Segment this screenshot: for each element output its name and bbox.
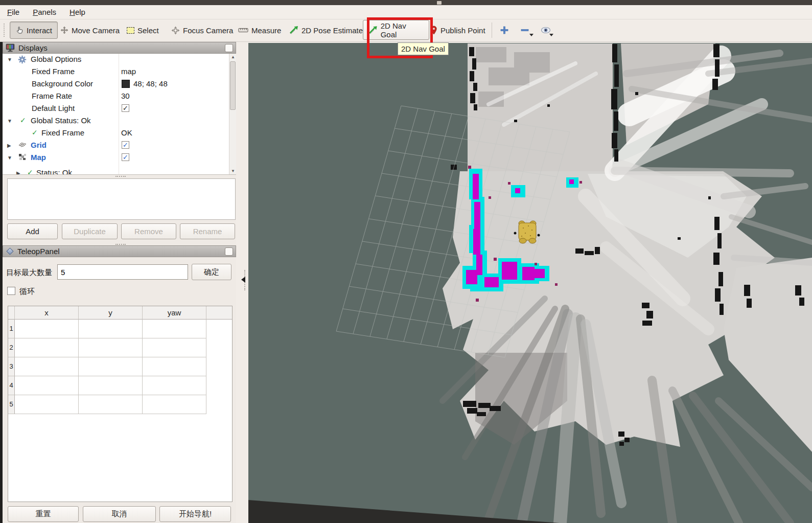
chevron-down-icon[interactable] [529, 34, 533, 36]
tree-row[interactable]: ▼ ✓ Global Status: Ok [3, 115, 229, 127]
tree-row[interactable]: ▶ ✓ Status: Ok [3, 167, 229, 175]
cell-yaw[interactable] [143, 357, 206, 376]
row-number: 3 [8, 357, 15, 376]
table-row[interactable]: 3 [8, 357, 232, 376]
column-header-yaw[interactable]: yaw [143, 306, 206, 320]
check-icon: ✓ [32, 128, 38, 137]
tool-label: Interact [27, 26, 52, 35]
tree-row[interactable]: Background Color 48; 48; 48 [3, 78, 229, 90]
tree-row[interactable]: Fixed Frame map [3, 66, 229, 78]
cell-x[interactable] [15, 357, 79, 376]
menu-file[interactable]: File [7, 8, 19, 16]
loop-checkbox[interactable] [7, 287, 15, 295]
chevron-down-icon[interactable] [549, 34, 553, 36]
cell-x[interactable] [15, 338, 79, 357]
menu-help[interactable]: Help [69, 8, 85, 16]
collapse-panel-icon[interactable] [241, 277, 245, 283]
tree-value[interactable]: 48; 48; 48 [133, 79, 168, 88]
column-header-y[interactable]: y [79, 306, 143, 320]
cell-y[interactable] [79, 357, 143, 376]
scroll-up-icon[interactable]: ▲ [229, 54, 236, 61]
max-goals-input[interactable] [57, 264, 188, 280]
ruler-icon [238, 27, 248, 33]
tool-focus-camera[interactable]: Focus Camera [171, 19, 233, 41]
panel-title: TeleopPanel [17, 247, 60, 256]
tool-2d-pose-estimate[interactable]: 2D Pose Estimate [289, 19, 363, 41]
table-row[interactable]: 5 [8, 395, 232, 414]
menu-panels[interactable]: Panels [33, 8, 56, 16]
cancel-button[interactable]: 取消 [83, 506, 156, 522]
tree-row[interactable]: ✓ Fixed Frame OK [3, 127, 229, 140]
displays-panel-header[interactable]: Displays [3, 42, 236, 54]
monitor-icon [6, 43, 15, 52]
table-row[interactable]: 4 [8, 376, 232, 395]
cell-y[interactable] [79, 395, 143, 414]
row-number: 4 [8, 376, 15, 395]
tool-interact[interactable]: Interact [10, 21, 58, 39]
duplicate-button[interactable]: Duplicate [62, 223, 118, 239]
cell-y[interactable] [79, 376, 143, 395]
remove-button[interactable]: Remove [121, 223, 176, 239]
start-navigation-button[interactable]: 开始导航! [159, 506, 231, 522]
expand-closed-icon[interactable]: ▶ [7, 143, 11, 148]
table-row[interactable]: 1 [8, 320, 232, 338]
column-header-x[interactable]: x [15, 306, 79, 320]
grid-icon [18, 142, 27, 148]
confirm-button[interactable]: 确定 [192, 264, 231, 280]
resize-handle[interactable] [115, 176, 126, 177]
checkbox-checked[interactable]: ✓ [122, 141, 129, 149]
cell-yaw[interactable] [143, 376, 206, 395]
resize-handle[interactable] [115, 244, 126, 245]
plus-icon [500, 26, 509, 35]
tool-label: Focus Camera [183, 26, 233, 35]
table-header-row: x y yaw [8, 306, 232, 320]
scrollbar-thumb[interactable] [230, 61, 236, 110]
scroll-down-icon[interactable]: ▼ [229, 168, 236, 175]
tree-row[interactable]: Default Light ✓ [3, 103, 229, 115]
expand-open-icon[interactable]: ▼ [7, 155, 12, 161]
cell-x[interactable] [15, 395, 79, 414]
map-view[interactable] [248, 43, 812, 523]
tree-row[interactable]: ▼ Global Options [3, 54, 229, 66]
cell-y[interactable] [79, 338, 143, 357]
tool-move-camera[interactable]: Move Camera [60, 19, 120, 41]
panel-header-box[interactable] [225, 44, 233, 52]
color-swatch[interactable] [122, 80, 130, 88]
cell-yaw[interactable] [143, 395, 206, 414]
cell-x[interactable] [15, 320, 79, 338]
diamond-icon [6, 247, 14, 256]
map-tiles-icon [18, 153, 27, 161]
tool-measure[interactable]: Measure [238, 19, 281, 41]
tree-row[interactable]: ▶ Grid ✓ [3, 140, 229, 152]
tree-label: Global Status: Ok [31, 116, 91, 125]
table-row[interactable]: 2 [8, 338, 232, 357]
tool-label: Measure [251, 26, 281, 35]
tree-value[interactable]: 30 [121, 92, 130, 100]
cell-yaw[interactable] [143, 338, 206, 357]
reset-button[interactable]: 重置 [8, 506, 79, 522]
expand-closed-icon[interactable]: ▶ [16, 170, 20, 175]
panel-header-box[interactable] [225, 247, 233, 256]
checkbox-checked[interactable]: ✓ [122, 153, 129, 161]
tool-publish-point[interactable]: Publish Point [430, 19, 485, 41]
cell-yaw[interactable] [143, 320, 206, 338]
cell-y[interactable] [79, 320, 143, 338]
expand-open-icon[interactable]: ▼ [7, 57, 12, 62]
cell-x[interactable] [15, 376, 79, 395]
toolbar-drag-handle[interactable] [4, 24, 5, 37]
zoom-in-button[interactable] [500, 19, 509, 41]
add-button[interactable]: Add [7, 223, 58, 239]
tree-row[interactable]: Frame Rate 30 [3, 90, 229, 103]
move-arrows-icon [60, 26, 68, 34]
visibility-button[interactable] [541, 19, 551, 41]
checkbox-checked[interactable]: ✓ [122, 104, 129, 112]
teleop-panel-header[interactable]: TeleopPanel [3, 245, 236, 257]
tree-scrollbar[interactable]: ▲ ▼ [229, 54, 236, 175]
tree-row[interactable]: ▼ Map ✓ [3, 152, 229, 164]
zoom-out-button[interactable] [520, 19, 529, 41]
header-filler [206, 306, 232, 320]
expand-open-icon[interactable]: ▼ [7, 118, 12, 124]
tool-select[interactable]: Select [127, 19, 159, 41]
rename-button[interactable]: Rename [180, 223, 235, 239]
tree-value[interactable]: map [121, 67, 136, 76]
